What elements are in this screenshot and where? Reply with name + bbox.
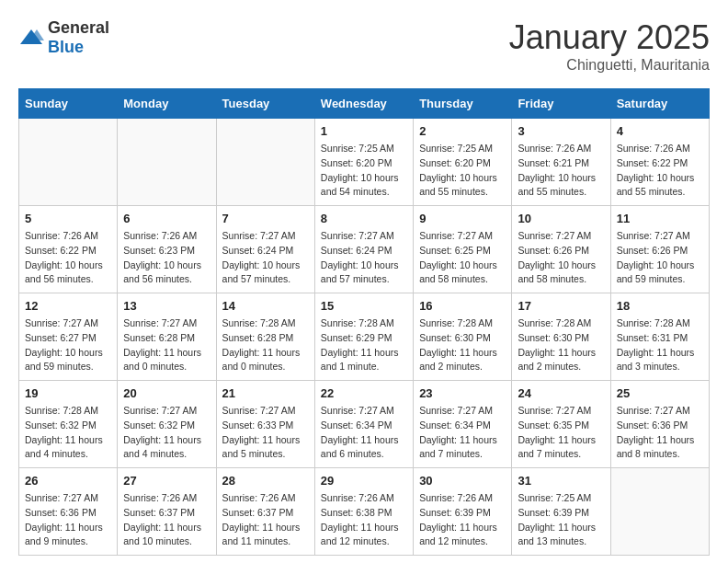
- day-number: 6: [123, 212, 210, 225]
- calendar-cell: 3Sunrise: 7:26 AM Sunset: 6:21 PM Daylig…: [512, 119, 610, 206]
- calendar-cell: 14Sunrise: 7:28 AM Sunset: 6:28 PM Dayli…: [216, 293, 314, 381]
- calendar-cell: 23Sunrise: 7:27 AM Sunset: 6:34 PM Dayli…: [414, 381, 512, 468]
- calendar-cell: 16Sunrise: 7:28 AM Sunset: 6:30 PM Dayli…: [414, 293, 512, 381]
- title-area: January 2025 Chinguetti, Mauritania: [509, 18, 710, 74]
- day-number: 7: [222, 212, 309, 225]
- calendar-cell: 5Sunrise: 7:26 AM Sunset: 6:22 PM Daylig…: [19, 206, 118, 293]
- day-number: 8: [321, 212, 407, 225]
- calendar-cell: 6Sunrise: 7:26 AM Sunset: 6:23 PM Daylig…: [118, 206, 216, 293]
- calendar-cell: 26Sunrise: 7:27 AM Sunset: 6:36 PM Dayli…: [19, 468, 118, 556]
- day-info: Sunrise: 7:28 AM Sunset: 6:32 PM Dayligh…: [25, 404, 111, 462]
- day-info: Sunrise: 7:28 AM Sunset: 6:28 PM Dayligh…: [222, 316, 309, 374]
- day-number: 5: [25, 212, 111, 225]
- weekday-header: Wednesday: [314, 89, 413, 119]
- calendar-cell: 12Sunrise: 7:27 AM Sunset: 6:27 PM Dayli…: [19, 293, 118, 381]
- calendar-cell: 15Sunrise: 7:28 AM Sunset: 6:29 PM Dayli…: [314, 293, 413, 381]
- calendar-cell: [216, 119, 314, 206]
- logo-blue: Blue: [48, 38, 84, 56]
- day-info: Sunrise: 7:27 AM Sunset: 6:33 PM Dayligh…: [222, 404, 309, 462]
- day-number: 21: [222, 386, 309, 400]
- day-number: 17: [518, 299, 604, 313]
- day-info: Sunrise: 7:26 AM Sunset: 6:37 PM Dayligh…: [222, 491, 309, 549]
- weekday-header: Monday: [118, 89, 216, 119]
- day-number: 25: [617, 386, 703, 400]
- calendar-cell: 1Sunrise: 7:25 AM Sunset: 6:20 PM Daylig…: [314, 119, 413, 206]
- calendar-cell: [610, 468, 709, 556]
- weekday-header: Tuesday: [216, 89, 314, 119]
- day-number: 19: [25, 386, 111, 400]
- day-number: 27: [123, 474, 210, 488]
- day-info: Sunrise: 7:27 AM Sunset: 6:36 PM Dayligh…: [617, 404, 703, 462]
- day-number: 11: [617, 212, 703, 225]
- calendar-cell: 13Sunrise: 7:27 AM Sunset: 6:28 PM Dayli…: [118, 293, 216, 381]
- day-info: Sunrise: 7:28 AM Sunset: 6:31 PM Dayligh…: [617, 316, 703, 374]
- day-number: 30: [419, 474, 506, 488]
- day-number: 13: [123, 299, 210, 313]
- day-info: Sunrise: 7:27 AM Sunset: 6:35 PM Dayligh…: [518, 404, 604, 462]
- logo: General Blue: [18, 18, 109, 57]
- calendar-cell: 11Sunrise: 7:27 AM Sunset: 6:26 PM Dayli…: [610, 206, 709, 293]
- calendar-cell: 8Sunrise: 7:27 AM Sunset: 6:24 PM Daylig…: [314, 206, 413, 293]
- day-info: Sunrise: 7:28 AM Sunset: 6:30 PM Dayligh…: [518, 316, 604, 374]
- calendar-cell: 21Sunrise: 7:27 AM Sunset: 6:33 PM Dayli…: [216, 381, 314, 468]
- day-info: Sunrise: 7:27 AM Sunset: 6:24 PM Dayligh…: [321, 229, 407, 287]
- calendar-week-row: 26Sunrise: 7:27 AM Sunset: 6:36 PM Dayli…: [19, 468, 710, 556]
- day-number: 28: [222, 474, 309, 488]
- calendar-cell: 27Sunrise: 7:26 AM Sunset: 6:37 PM Dayli…: [118, 468, 216, 556]
- location: Chinguetti, Mauritania: [509, 57, 710, 74]
- page-header: General Blue January 2025 Chinguetti, Ma…: [18, 18, 710, 74]
- day-info: Sunrise: 7:26 AM Sunset: 6:37 PM Dayligh…: [123, 491, 210, 549]
- day-info: Sunrise: 7:27 AM Sunset: 6:34 PM Dayligh…: [419, 404, 506, 462]
- weekday-header-row: SundayMondayTuesdayWednesdayThursdayFrid…: [19, 89, 710, 119]
- calendar-week-row: 19Sunrise: 7:28 AM Sunset: 6:32 PM Dayli…: [19, 381, 710, 468]
- weekday-header: Friday: [512, 89, 610, 119]
- day-number: 18: [617, 299, 703, 313]
- calendar-table: SundayMondayTuesdayWednesdayThursdayFrid…: [18, 88, 710, 556]
- day-number: 1: [321, 124, 407, 138]
- day-info: Sunrise: 7:26 AM Sunset: 6:22 PM Dayligh…: [617, 142, 703, 200]
- day-info: Sunrise: 7:27 AM Sunset: 6:24 PM Dayligh…: [222, 229, 309, 287]
- day-info: Sunrise: 7:25 AM Sunset: 6:20 PM Dayligh…: [419, 142, 506, 200]
- calendar-cell: 31Sunrise: 7:25 AM Sunset: 6:39 PM Dayli…: [512, 468, 610, 556]
- calendar-cell: 10Sunrise: 7:27 AM Sunset: 6:26 PM Dayli…: [512, 206, 610, 293]
- weekday-header: Saturday: [610, 89, 709, 119]
- calendar-cell: 18Sunrise: 7:28 AM Sunset: 6:31 PM Dayli…: [610, 293, 709, 381]
- calendar-week-row: 5Sunrise: 7:26 AM Sunset: 6:22 PM Daylig…: [19, 206, 710, 293]
- day-number: 16: [419, 299, 506, 313]
- day-info: Sunrise: 7:25 AM Sunset: 6:20 PM Dayligh…: [321, 142, 407, 200]
- day-info: Sunrise: 7:27 AM Sunset: 6:25 PM Dayligh…: [419, 229, 506, 287]
- calendar-cell: 29Sunrise: 7:26 AM Sunset: 6:38 PM Dayli…: [314, 468, 413, 556]
- calendar-cell: 25Sunrise: 7:27 AM Sunset: 6:36 PM Dayli…: [610, 381, 709, 468]
- day-number: 23: [419, 386, 506, 400]
- day-info: Sunrise: 7:27 AM Sunset: 6:36 PM Dayligh…: [25, 491, 111, 549]
- calendar-cell: 7Sunrise: 7:27 AM Sunset: 6:24 PM Daylig…: [216, 206, 314, 293]
- day-number: 31: [518, 474, 604, 488]
- day-info: Sunrise: 7:27 AM Sunset: 6:27 PM Dayligh…: [25, 316, 111, 374]
- calendar-week-row: 1Sunrise: 7:25 AM Sunset: 6:20 PM Daylig…: [19, 119, 710, 206]
- calendar-cell: 22Sunrise: 7:27 AM Sunset: 6:34 PM Dayli…: [314, 381, 413, 468]
- calendar-cell: 2Sunrise: 7:25 AM Sunset: 6:20 PM Daylig…: [414, 119, 512, 206]
- calendar-cell: 24Sunrise: 7:27 AM Sunset: 6:35 PM Dayli…: [512, 381, 610, 468]
- weekday-header: Thursday: [414, 89, 512, 119]
- day-number: 29: [321, 474, 407, 488]
- day-info: Sunrise: 7:25 AM Sunset: 6:39 PM Dayligh…: [518, 491, 604, 549]
- day-info: Sunrise: 7:27 AM Sunset: 6:26 PM Dayligh…: [617, 229, 703, 287]
- day-info: Sunrise: 7:28 AM Sunset: 6:29 PM Dayligh…: [321, 316, 407, 374]
- calendar-cell: [118, 119, 216, 206]
- calendar-cell: 9Sunrise: 7:27 AM Sunset: 6:25 PM Daylig…: [414, 206, 512, 293]
- day-number: 10: [518, 212, 604, 225]
- day-number: 15: [321, 299, 407, 313]
- day-info: Sunrise: 7:26 AM Sunset: 6:39 PM Dayligh…: [419, 491, 506, 549]
- weekday-header: Sunday: [19, 89, 118, 119]
- day-number: 14: [222, 299, 309, 313]
- logo-icon: [18, 28, 44, 48]
- calendar-cell: 17Sunrise: 7:28 AM Sunset: 6:30 PM Dayli…: [512, 293, 610, 381]
- day-number: 2: [419, 124, 506, 138]
- day-info: Sunrise: 7:27 AM Sunset: 6:32 PM Dayligh…: [123, 404, 210, 462]
- day-info: Sunrise: 7:28 AM Sunset: 6:30 PM Dayligh…: [419, 316, 506, 374]
- day-number: 20: [123, 386, 210, 400]
- day-number: 9: [419, 212, 506, 225]
- logo-text: General Blue: [48, 18, 109, 57]
- day-info: Sunrise: 7:26 AM Sunset: 6:22 PM Dayligh…: [25, 229, 111, 287]
- day-number: 12: [25, 299, 111, 313]
